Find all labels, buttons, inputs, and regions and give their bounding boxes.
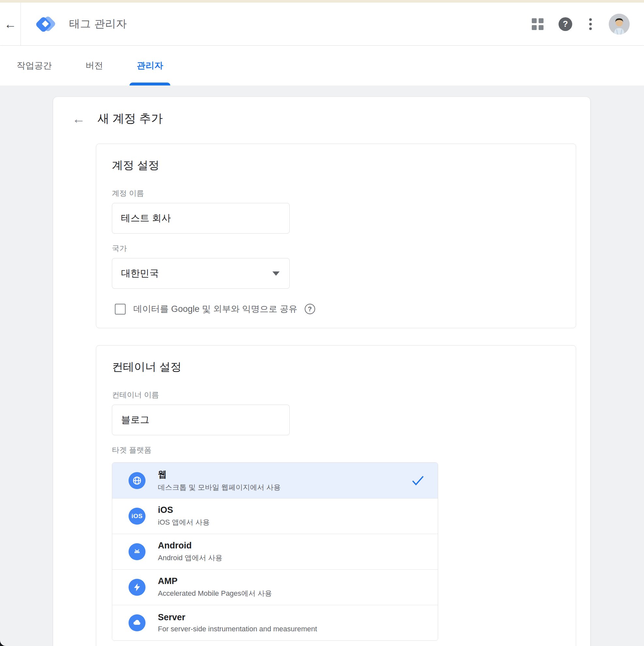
- container-settings-heading: 컨테이너 설정: [112, 360, 560, 373]
- platform-description: iOS 앱에서 사용: [158, 518, 210, 527]
- platform-row-android[interactable]: Android Android 앱에서 사용: [112, 534, 438, 569]
- platform-name: AMP: [158, 576, 272, 586]
- more-options-icon[interactable]: [587, 16, 594, 32]
- account-settings-heading: 계정 설정: [112, 158, 560, 172]
- platform-description: Accelerated Mobile Pages에서 사용: [158, 588, 272, 599]
- platform-name: iOS: [158, 505, 210, 515]
- tab-workspace[interactable]: 작업공간: [9, 46, 59, 86]
- avatar[interactable]: [609, 14, 630, 34]
- platform-name: 웹: [158, 468, 281, 480]
- share-data-checkbox[interactable]: [115, 304, 126, 315]
- platform-description: For server-side instrumentation and meas…: [158, 625, 317, 633]
- share-help-icon[interactable]: ?: [305, 304, 315, 314]
- country-select[interactable]: 대한민국: [112, 258, 290, 289]
- header-back-button[interactable]: ←: [0, 3, 21, 45]
- platform-row-web[interactable]: 웹 데스크톱 및 모바일 웹페이지에서 사용: [112, 463, 438, 498]
- selected-check-icon: [412, 475, 424, 486]
- target-platform-list: 웹 데스크톱 및 모바일 웹페이지에서 사용 iOS iOS iOS 앱에서 사…: [112, 462, 438, 641]
- back-arrow-icon: ←: [4, 18, 17, 30]
- apps-grid-icon[interactable]: [532, 18, 543, 30]
- target-platform-label: 타겟 플랫폼: [112, 445, 560, 455]
- ios-icon: iOS: [128, 508, 145, 525]
- platform-row-ios[interactable]: iOS iOS iOS 앱에서 사용: [112, 498, 438, 534]
- tab-versions[interactable]: 버전: [78, 46, 110, 86]
- container-settings-card: 컨테이너 설정 컨테이너 이름 타겟 플랫폼 웹 데스크톱 및 모: [96, 345, 576, 646]
- page-back-button[interactable]: ←: [72, 112, 86, 126]
- tab-bar: 작업공간 버전 관리자: [0, 46, 644, 86]
- android-icon: [128, 543, 145, 560]
- globe-icon: [128, 472, 145, 489]
- amp-icon: [128, 579, 145, 596]
- app-title: 태그 관리자: [69, 17, 127, 31]
- page-back-arrow-icon: ←: [72, 112, 85, 125]
- share-data-label: 데이터를 Google 및 외부와 익명으로 공유: [133, 303, 298, 315]
- platform-name: Android: [158, 541, 222, 551]
- platform-row-server[interactable]: Server For server-side instrumentation a…: [112, 605, 438, 640]
- platform-description: Android 앱에서 사용: [158, 553, 222, 563]
- chevron-down-icon: [273, 272, 280, 276]
- container-name-input[interactable]: [112, 405, 290, 435]
- container-name-label: 컨테이너 이름: [112, 390, 560, 400]
- country-selected-value: 대한민국: [121, 267, 159, 280]
- help-icon[interactable]: ?: [558, 17, 572, 31]
- account-settings-card: 계정 설정 계정 이름 국가 대한민국 데이터를 Google 및 외부와 익명…: [96, 143, 576, 328]
- platform-name: Server: [158, 612, 317, 623]
- page-title: 새 계정 추가: [98, 111, 163, 127]
- window-top-strip: [0, 0, 644, 3]
- country-label: 국가: [112, 243, 560, 253]
- account-name-input[interactable]: [112, 203, 290, 234]
- platform-row-amp[interactable]: AMP Accelerated Mobile Pages에서 사용: [112, 569, 438, 605]
- app-bar: ← 태그 관리자 ?: [0, 3, 644, 46]
- tag-manager-logo-icon: [34, 13, 57, 35]
- main-card: ← 새 계정 추가 계정 설정 계정 이름 국가 대한민국 데이터를 Googl…: [53, 97, 591, 646]
- cloud-icon: [128, 614, 145, 631]
- tab-admin[interactable]: 관리자: [129, 46, 170, 86]
- page-content: ← 새 계정 추가 계정 설정 계정 이름 국가 대한민국 데이터를 Googl…: [0, 86, 644, 646]
- platform-description: 데스크톱 및 모바일 웹페이지에서 사용: [158, 482, 281, 492]
- account-name-label: 계정 이름: [112, 188, 560, 198]
